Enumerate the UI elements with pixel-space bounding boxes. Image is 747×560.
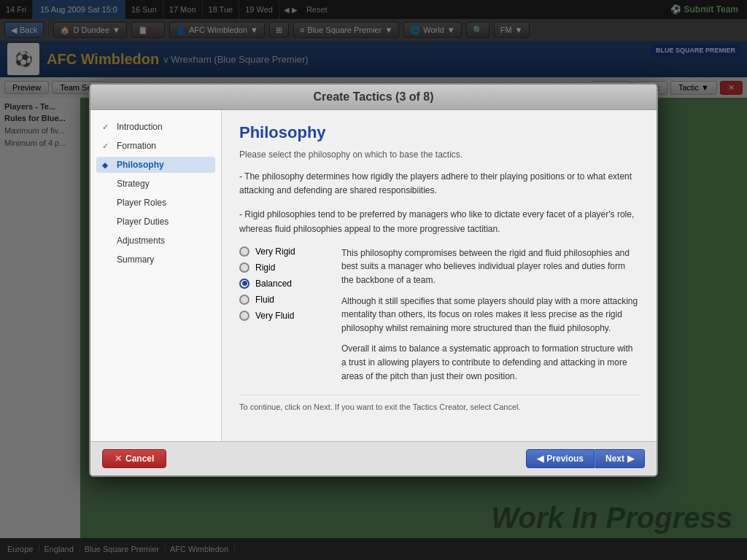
radio-balanced[interactable] [239,279,249,289]
desc-2: - Rigid philosophies tend to be preferre… [239,208,639,236]
options-list: Very Rigid Rigid Balanced [239,246,327,383]
sidebar-item-player-duties[interactable]: Player Duties [96,214,215,230]
modal-bottom-bar: ✕ Cancel ◀ Previous Next ▶ [90,441,657,475]
desc-1: - The philosophy determines how rigidly … [239,170,639,198]
nav-button-group: ◀ Previous Next ▶ [526,449,645,468]
next-button[interactable]: Next ▶ [595,449,645,468]
option-fluid[interactable]: Fluid [239,295,327,305]
option-desc-p1: This philosophy compromises between the … [341,246,639,287]
modal-overlay: Create Tactics (3 of 8) ✓ Introduction ✓… [0,0,747,560]
sidebar-item-formation[interactable]: ✓ Formation [96,138,215,154]
philosophy-options: Very Rigid Rigid Balanced [239,246,639,383]
cancel-button[interactable]: ✕ Cancel [102,449,166,468]
radio-rigid[interactable] [239,262,249,273]
modal-main-content: Philosophy Please select the philosophy … [222,110,657,441]
radio-very-fluid[interactable] [239,311,249,321]
sidebar-item-summary[interactable]: Summary [96,252,215,268]
option-description: This philosophy compromises between the … [341,246,639,383]
option-rigid[interactable]: Rigid [239,262,327,273]
sidebar-item-philosophy[interactable]: ◆ Philosophy [96,157,215,173]
option-desc-p3: Overall it aims to balance a systematic … [341,342,639,383]
sidebar-item-adjustments[interactable]: Adjustments [96,233,215,249]
sidebar-item-strategy[interactable]: Strategy [96,176,215,192]
check-icon-introduction: ✓ [102,122,112,132]
next-arrow-icon: ▶ [627,454,634,464]
option-very-fluid[interactable]: Very Fluid [239,311,327,321]
option-balanced[interactable]: Balanced [239,279,327,289]
option-very-rigid[interactable]: Very Rigid [239,246,327,257]
radio-very-rigid[interactable] [239,246,249,257]
sidebar-item-introduction[interactable]: ✓ Introduction [96,119,215,135]
option-desc-p2: Although it still specifies that some pl… [341,295,639,335]
previous-button[interactable]: ◀ Previous [526,449,595,468]
section-subtitle: Please select the philosophy on which to… [239,149,639,160]
modal-sidebar: ✓ Introduction ✓ Formation ◆ Philosophy … [90,110,222,441]
sidebar-item-player-roles[interactable]: Player Roles [96,195,215,211]
create-tactics-modal: Create Tactics (3 of 8) ✓ Introduction ✓… [89,83,658,477]
cancel-icon: ✕ [115,454,122,464]
radio-fluid[interactable] [239,295,249,305]
section-title: Philosophy [239,123,639,142]
modal-footer-text: To continue, click on Next. If you want … [239,394,639,411]
check-icon-formation: ✓ [102,141,112,151]
prev-arrow-icon: ◀ [537,454,543,464]
modal-title: Create Tactics (3 of 8) [90,85,657,110]
modal-body: ✓ Introduction ✓ Formation ◆ Philosophy … [90,110,657,441]
diamond-icon-philosophy: ◆ [102,161,112,169]
